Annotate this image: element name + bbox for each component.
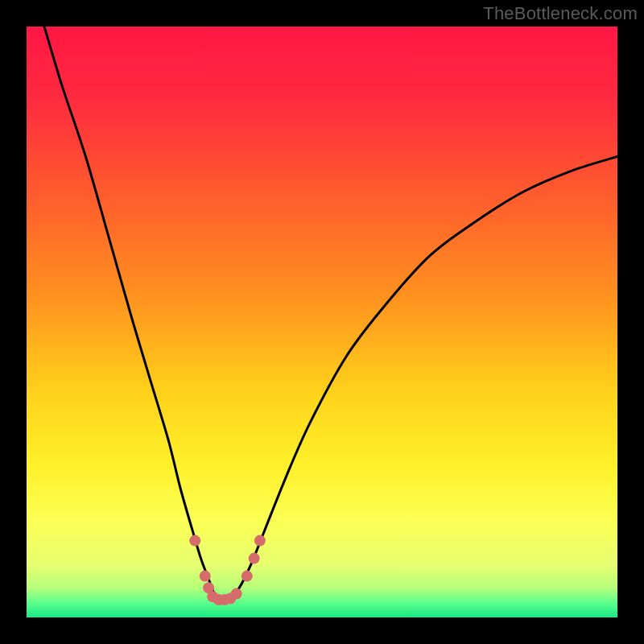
marker-dot [249, 553, 260, 564]
curve-layer [27, 27, 617, 617]
marker-dot [200, 571, 211, 582]
marker-dot [242, 571, 253, 582]
markers-group [189, 535, 266, 605]
marker-dot [231, 588, 242, 600]
marker-dot [254, 535, 266, 547]
plot-area [27, 27, 617, 617]
attribution-text: TheBottleneck.com [483, 3, 638, 24]
marker-dot [189, 535, 200, 547]
chart-frame: TheBottleneck.com [0, 0, 644, 644]
bottleneck-curve-path [44, 27, 617, 600]
